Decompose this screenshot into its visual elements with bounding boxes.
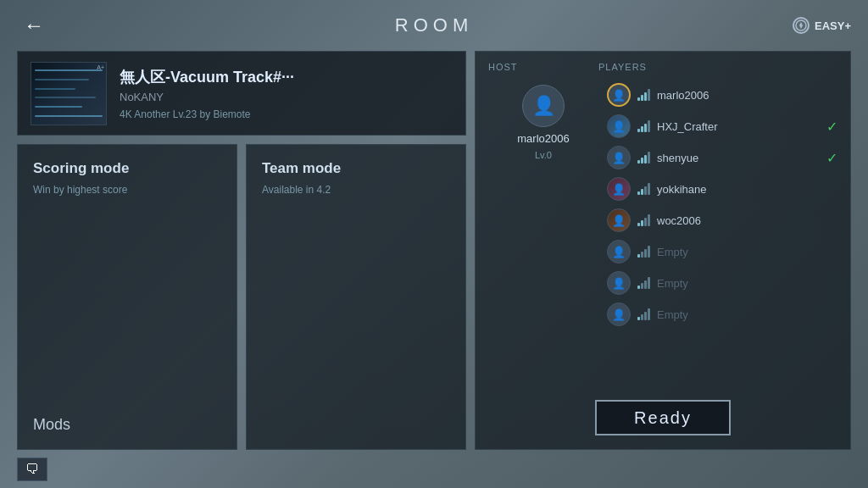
signal-icon: [637, 89, 650, 101]
difficulty-icon: [793, 17, 810, 34]
player-row: 👤HXJ_Crafter✓: [607, 112, 837, 141]
signal-icon: [637, 183, 650, 195]
players-list: 👤marlo2006👤HXJ_Crafter✓👤shenyue✓👤yokkiha…: [607, 80, 837, 389]
host-players-header: HOST PLAYERS: [488, 62, 837, 72]
chat-button[interactable]: 🗨: [17, 458, 47, 481]
signal-icon: [637, 308, 650, 320]
player-name: Empty: [657, 308, 837, 321]
player-name: Empty: [657, 246, 837, 258]
player-name: woc2006: [657, 214, 837, 227]
player-row: 👤Empty: [607, 300, 837, 329]
player-avatar: 👤: [607, 146, 631, 169]
host-players-body: 👤 marlo2006 Lv.0 👤marlo2006👤HXJ_Crafter✓…: [488, 80, 837, 389]
player-row: 👤Empty: [607, 237, 837, 266]
host-avatar: 👤: [522, 85, 565, 127]
back-button[interactable]: ←: [17, 8, 51, 42]
mods-label: Mods: [33, 416, 221, 434]
players-label: PLAYERS: [598, 62, 837, 72]
signal-icon: [637, 277, 650, 289]
signal-icon: [637, 120, 650, 132]
right-panel: HOST PLAYERS 👤 marlo2006 Lv.0 👤marlo2006…: [475, 51, 851, 450]
page-title: ROOM: [395, 14, 473, 36]
team-mode-sub: Available in 4.2: [262, 184, 450, 196]
scoring-mode-sub: Win by highest score: [33, 184, 221, 196]
player-avatar: 👤: [607, 177, 631, 201]
player-row: 👤yokkihane: [607, 175, 837, 203]
player-row: 👤marlo2006: [607, 80, 837, 109]
header: ← ROOM EASY+: [0, 0, 868, 51]
thumbnail-label: A+: [97, 64, 104, 70]
mods-section: Mods: [33, 399, 221, 434]
ready-check-icon: ✓: [826, 150, 837, 166]
host-level: Lv.0: [535, 150, 552, 160]
scoring-mode-card[interactable]: Scoring mode Win by highest score Mods: [17, 144, 237, 450]
team-mode-card[interactable]: Team mode Available in 4.2: [246, 144, 466, 450]
track-name: 無人区-Vacuum Track#···: [120, 67, 453, 87]
signal-icon: [637, 152, 650, 164]
ready-button[interactable]: Ready: [595, 400, 731, 435]
host-label: HOST: [488, 62, 598, 72]
team-mode-title: Team mode: [262, 160, 450, 177]
signal-icon: [637, 214, 650, 226]
ready-check-icon: ✓: [826, 119, 837, 135]
track-difficulty: 4K Another Lv.23 by Biemote: [120, 108, 453, 120]
ready-btn-row: Ready: [488, 393, 837, 439]
player-name: shenyue: [657, 152, 820, 164]
player-avatar: 👤: [607, 114, 631, 138]
modes-row: Scoring mode Win by highest score Mods T…: [17, 144, 466, 450]
player-name: marlo2006: [657, 89, 837, 102]
host-name: marlo2006: [517, 132, 569, 145]
player-row: 👤Empty: [607, 269, 837, 297]
player-avatar: 👤: [607, 271, 631, 295]
player-avatar: 👤: [607, 302, 631, 326]
player-name: Empty: [657, 277, 837, 290]
player-avatar: 👤: [607, 208, 631, 232]
scoring-mode-title: Scoring mode: [33, 160, 221, 177]
player-name: HXJ_Crafter: [657, 120, 820, 133]
difficulty-badge: EASY+: [793, 17, 851, 34]
track-info: 無人区-Vacuum Track#··· NoKANY 4K Another L…: [120, 67, 453, 120]
player-avatar: 👤: [607, 83, 631, 107]
player-row: 👤shenyue✓: [607, 143, 837, 172]
main-content: A+ 無人区-Vacuum Track#··· NoKANY 4K Anothe…: [0, 51, 868, 450]
track-thumbnail: A+: [31, 62, 107, 125]
player-row: 👤woc2006: [607, 206, 837, 235]
footer: 🗨: [0, 450, 868, 488]
player-avatar: 👤: [607, 240, 631, 263]
chat-icon: 🗨: [25, 462, 39, 477]
track-artist: NoKANY: [120, 91, 453, 103]
left-panel: A+ 無人区-Vacuum Track#··· NoKANY 4K Anothe…: [17, 51, 466, 450]
player-name: yokkihane: [657, 183, 837, 196]
host-info: 👤 marlo2006 Lv.0: [488, 80, 598, 389]
track-card[interactable]: A+ 無人区-Vacuum Track#··· NoKANY 4K Anothe…: [17, 51, 466, 136]
signal-icon: [637, 246, 650, 258]
